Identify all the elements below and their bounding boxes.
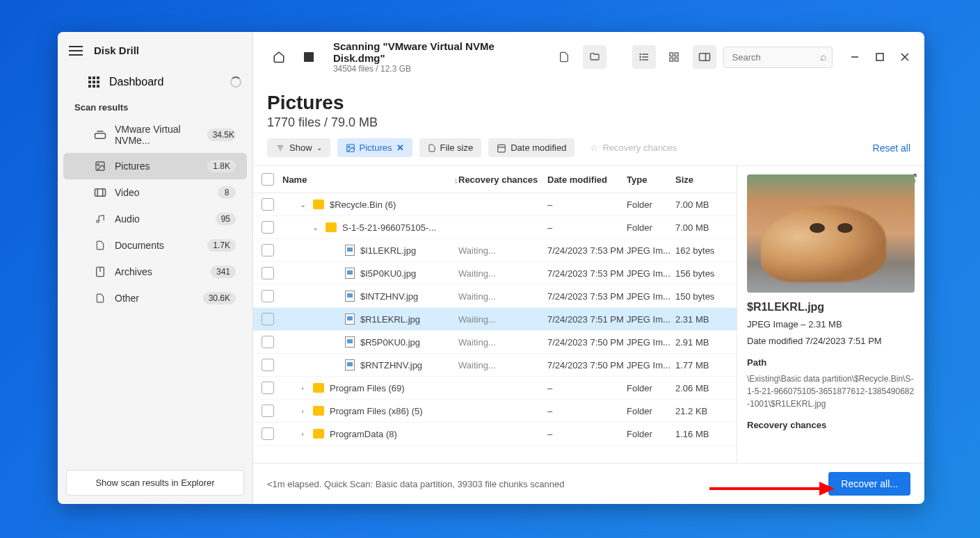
show-in-explorer-button[interactable]: Show scan results in Explorer <box>66 470 244 496</box>
col-date[interactable]: Date modified <box>547 174 627 185</box>
sidebar-item-archives[interactable]: Archives341 <box>63 259 247 285</box>
row-checkbox[interactable] <box>262 290 274 302</box>
row-checkbox[interactable] <box>262 382 274 394</box>
row-checkbox[interactable] <box>262 313 274 325</box>
file-name: Program Files (69) <box>330 383 405 393</box>
home-icon[interactable] <box>267 45 290 69</box>
split-view-icon[interactable] <box>693 45 716 69</box>
table-row[interactable]: ›Program Files (x86) (5) – Folder 21.2 K… <box>253 400 737 423</box>
close-icon[interactable] <box>899 51 910 63</box>
sidebar-item-audio[interactable]: Audio95 <box>63 206 247 232</box>
maximize-icon[interactable] <box>874 51 885 63</box>
scan-results-label: Scan results <box>58 95 252 117</box>
cell-date: – <box>547 383 627 393</box>
file-table: Name↓ Recovery chances Date modified Typ… <box>253 166 737 463</box>
file-icon <box>345 291 355 302</box>
close-chip-icon[interactable]: ✕ <box>396 142 404 153</box>
cell-size: 2.31 MB <box>675 314 728 325</box>
image-icon <box>346 143 355 153</box>
table-row[interactable]: $I5P0KU0.jpg Waiting... 7/24/2023 7:53 P… <box>253 262 737 285</box>
svg-rect-17 <box>670 53 673 56</box>
folder-icon <box>313 406 324 416</box>
cell-date: – <box>547 222 627 233</box>
show-filter[interactable]: Show ⌄ <box>267 138 330 157</box>
svg-point-14 <box>640 54 641 54</box>
svg-rect-19 <box>670 58 673 61</box>
cell-type: JPEG Im... <box>627 360 675 370</box>
select-all-checkbox[interactable] <box>262 173 274 186</box>
cell-size: 2.06 MB <box>675 383 728 393</box>
drive-icon <box>94 129 106 141</box>
row-checkbox[interactable] <box>262 267 274 279</box>
table-row[interactable]: ⌄S-1-5-21-966075105-... – Folder 7.00 MB <box>253 216 737 239</box>
grid-view-icon[interactable] <box>663 45 686 69</box>
minimize-icon[interactable] <box>849 51 860 63</box>
cell-size: 7.00 MB <box>675 222 728 233</box>
col-recovery[interactable]: Recovery chances <box>458 174 547 185</box>
table-row[interactable]: $I1LEKRL.jpg Waiting... 7/24/2023 7:53 P… <box>253 239 737 262</box>
cell-type: JPEG Im... <box>627 314 675 325</box>
cell-date: 7/24/2023 7:50 PM <box>547 337 627 348</box>
table-row[interactable]: $RNTZHNV.jpg Waiting... 7/24/2023 7:50 P… <box>253 354 737 377</box>
chevron-icon[interactable]: › <box>298 384 307 392</box>
row-checkbox[interactable] <box>262 336 274 348</box>
chevron-icon[interactable]: ⌄ <box>298 200 307 209</box>
preview-filename: $R1LEKRL.jpg <box>747 301 915 313</box>
table-row[interactable]: $R1LEKRL.jpg Waiting... 7/24/2023 7:51 P… <box>253 308 737 331</box>
dashboard-nav[interactable]: Dashboard <box>58 69 252 95</box>
svg-rect-10 <box>304 52 314 62</box>
pictures-filter[interactable]: Pictures ✕ <box>337 138 412 157</box>
other-icon <box>94 292 106 304</box>
row-checkbox[interactable] <box>262 359 274 371</box>
file-icon <box>345 336 355 348</box>
sidebar-item-vmware-virtual-nvme-[interactable]: VMware Virtual NVMe...34.5K <box>63 117 247 153</box>
file-icon <box>428 143 436 153</box>
file-name: ProgramData (8) <box>330 429 397 439</box>
chevron-icon[interactable]: › <box>298 407 307 415</box>
audio-icon <box>94 213 106 225</box>
col-name[interactable]: Name↓ <box>282 174 458 185</box>
sidebar-item-label: Archives <box>115 266 152 277</box>
cell-recovery: Waiting... <box>458 291 547 302</box>
sidebar-item-other[interactable]: Other30.6K <box>63 285 247 311</box>
row-checkbox[interactable] <box>262 198 274 211</box>
file-icon[interactable] <box>553 45 576 69</box>
reset-all-link[interactable]: Reset all <box>873 142 910 154</box>
row-checkbox[interactable] <box>262 405 274 417</box>
cell-size: 162 bytes <box>675 245 728 256</box>
col-type[interactable]: Type <box>627 174 675 185</box>
row-checkbox[interactable] <box>262 244 274 256</box>
chevron-icon[interactable]: › <box>298 430 307 438</box>
file-icon <box>345 245 355 256</box>
sidebar-item-video[interactable]: Video8 <box>63 179 247 206</box>
preview-modified: Date modified 7/24/2023 7:51 PM <box>747 334 915 348</box>
date-modified-filter[interactable]: Date modified <box>488 138 575 157</box>
file-name: $INTZHNV.jpg <box>360 291 418 302</box>
recovery-chances-filter[interactable]: ☆ Recovery chances <box>581 138 685 157</box>
row-checkbox[interactable] <box>262 221 274 234</box>
table-row[interactable]: ⌄$Recycle.Bin (6) – Folder 7.00 MB <box>253 193 737 216</box>
col-size[interactable]: Size <box>675 174 728 185</box>
chevron-icon[interactable]: ⌄ <box>310 223 320 232</box>
table-row[interactable]: ›ProgramData (8) – Folder 1.16 MB <box>253 423 737 446</box>
svg-rect-24 <box>876 54 883 60</box>
cell-type: JPEG Im... <box>627 268 675 279</box>
sidebar-item-pictures[interactable]: Pictures1.8K <box>63 153 247 179</box>
menu-icon[interactable] <box>69 46 83 56</box>
table-row[interactable]: ›Program Files (69) – Folder 2.06 MB <box>253 377 737 400</box>
search-box: ⌕ <box>723 47 833 68</box>
stop-icon[interactable] <box>297 45 320 69</box>
search-input[interactable] <box>723 47 833 68</box>
folder-icon[interactable] <box>583 45 606 69</box>
sidebar-item-documents[interactable]: Documents1.7K <box>63 232 247 259</box>
cell-recovery: Waiting... <box>458 314 547 325</box>
cell-size: 21.2 KB <box>675 406 728 416</box>
list-view-icon[interactable] <box>632 45 655 69</box>
recover-all-button[interactable]: Recover all... <box>828 472 910 496</box>
file-size-filter[interactable]: File size <box>419 138 482 157</box>
table-row[interactable]: $INTZHNV.jpg Waiting... 7/24/2023 7:53 P… <box>253 285 737 308</box>
footer-status: <1m elapsed. Quick Scan: Basic data part… <box>267 479 564 489</box>
folder-icon <box>313 429 324 439</box>
table-row[interactable]: $R5P0KU0.jpg Waiting... 7/24/2023 7:50 P… <box>253 331 737 354</box>
row-checkbox[interactable] <box>262 427 274 440</box>
